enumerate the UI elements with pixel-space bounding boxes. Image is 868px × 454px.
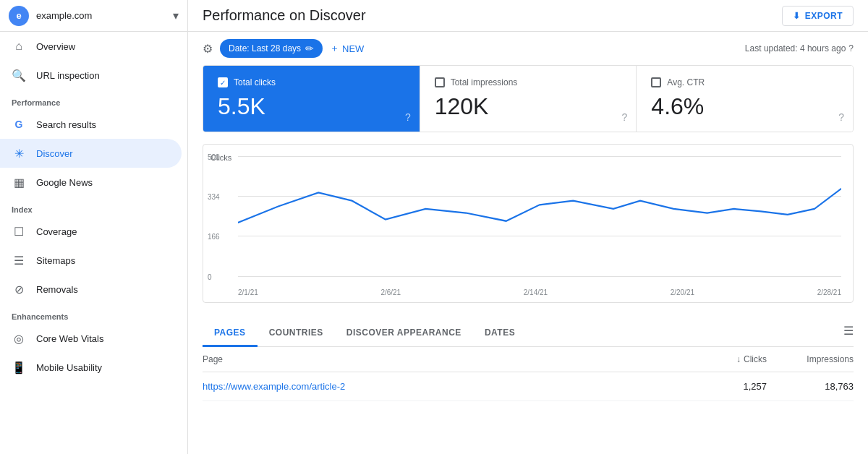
metric-ctr-checkbox[interactable] bbox=[651, 77, 661, 87]
performance-section-label: Performance bbox=[0, 90, 187, 110]
sidebar-item-removals[interactable]: ⊘ Removals bbox=[0, 275, 182, 304]
index-section-label: Index bbox=[0, 197, 187, 217]
plus-icon: ＋ bbox=[330, 42, 339, 55]
sidebar-item-url-inspection[interactable]: 🔍 URL inspection bbox=[0, 61, 182, 90]
row-clicks: 1,257 bbox=[680, 381, 767, 392]
metric-clicks-header: ✓ Total clicks bbox=[218, 77, 405, 87]
col-header-page: Page bbox=[203, 354, 680, 364]
news-icon: ▦ bbox=[12, 175, 26, 189]
removals-icon: ⊘ bbox=[12, 282, 26, 296]
google-icon: G bbox=[12, 117, 26, 132]
edit-date-icon[interactable]: ✏ bbox=[305, 43, 314, 54]
last-updated-text: Last updated: 4 hours ago ? bbox=[745, 43, 854, 53]
y-label-166: 166 bbox=[208, 232, 220, 240]
new-filter-button[interactable]: ＋ NEW bbox=[330, 42, 364, 55]
help-icon[interactable]: ? bbox=[848, 43, 854, 53]
metric-ctr-header: Avg. CTR bbox=[651, 77, 838, 87]
x-label-5: 2/28/21 bbox=[817, 288, 841, 296]
filter-bar: ⚙ Date: Last 28 days ✏ ＋ NEW Last update… bbox=[188, 32, 868, 65]
tab-countries[interactable]: COUNTRIES bbox=[258, 320, 335, 347]
sidebar-item-discover[interactable]: ✳ Discover bbox=[0, 139, 182, 168]
sidebar-item-sitemaps[interactable]: ☰ Sitemaps bbox=[0, 246, 182, 275]
sidebar-header[interactable]: e example.com ▾ bbox=[0, 0, 187, 32]
y-label-0: 0 bbox=[208, 273, 212, 281]
sidebar-item-search-results[interactable]: G Search results bbox=[0, 110, 182, 139]
filter-icon[interactable]: ⚙ bbox=[203, 42, 213, 56]
coverage-icon: ☐ bbox=[12, 224, 26, 239]
sidebar-item-overview[interactable]: ⌂ Overview bbox=[0, 32, 182, 61]
tab-pages[interactable]: PAGES bbox=[203, 320, 258, 347]
metrics-row: ✓ Total clicks 5.5K ? Total impressions … bbox=[203, 65, 854, 132]
col-header-clicks: ↓ Clicks bbox=[680, 354, 767, 364]
main-header: Performance on Discover ⬇ EXPORT bbox=[188, 0, 868, 32]
sitemaps-icon: ☰ bbox=[12, 253, 26, 267]
page-link[interactable]: https://www.example.com/article-2 bbox=[203, 381, 345, 392]
metric-impressions-value: 120K bbox=[435, 93, 622, 120]
metric-total-impressions[interactable]: Total impressions 120K ? bbox=[420, 66, 637, 132]
sidebar-item-coverage[interactable]: ☐ Coverage bbox=[0, 217, 182, 246]
enhancements-section-label: Enhancements bbox=[0, 304, 187, 324]
x-label-3: 2/14/21 bbox=[524, 288, 548, 296]
sidebar-item-core-web-vitals[interactable]: ◎ Core Web Vitals bbox=[0, 324, 182, 353]
page-title: Performance on Discover bbox=[203, 7, 366, 24]
metric-ctr-help-icon[interactable]: ? bbox=[838, 111, 844, 123]
table-area: Page ↓ Clicks Impressions https://www.ex… bbox=[203, 347, 854, 401]
x-label-1: 2/1/21 bbox=[238, 288, 258, 296]
metric-clicks-value: 5.5K bbox=[218, 93, 405, 120]
row-page: https://www.example.com/article-2 bbox=[203, 381, 680, 392]
sort-clicks-icon[interactable]: ↓ bbox=[736, 354, 741, 364]
sidebar-item-mobile-usability[interactable]: 📱 Mobile Usability bbox=[0, 353, 182, 382]
y-label-500: 500 bbox=[208, 153, 220, 161]
sidebar-nav: ⌂ Overview 🔍 URL inspection bbox=[0, 32, 187, 90]
row-impressions: 18,763 bbox=[767, 381, 854, 392]
x-axis-labels: 2/1/21 2/6/21 2/14/21 2/20/21 2/28/21 bbox=[238, 288, 841, 296]
metric-clicks-help-icon[interactable]: ? bbox=[405, 111, 411, 123]
domain-label: example.com bbox=[36, 10, 173, 21]
table-header: Page ↓ Clicks Impressions bbox=[203, 347, 854, 372]
export-button[interactable]: ⬇ EXPORT bbox=[782, 6, 854, 26]
sidebar-item-google-news[interactable]: ▦ Google News bbox=[0, 168, 182, 197]
tab-dates[interactable]: DATES bbox=[473, 320, 527, 347]
metric-impressions-checkbox[interactable] bbox=[435, 77, 445, 87]
date-filter-pill[interactable]: Date: Last 28 days ✏ bbox=[220, 39, 323, 58]
table-row: https://www.example.com/article-2 1,257 … bbox=[203, 372, 854, 401]
y-label-334: 334 bbox=[208, 192, 220, 200]
metric-ctr-value: 4.6% bbox=[651, 93, 838, 120]
grid-line-0: 0 bbox=[238, 276, 841, 277]
x-label-4: 2/20/21 bbox=[671, 288, 694, 296]
mobile-icon: 📱 bbox=[12, 360, 26, 374]
chart-area: Clicks 500 334 166 0 bbox=[203, 144, 854, 303]
app-icon: e bbox=[9, 6, 29, 26]
metric-total-clicks[interactable]: ✓ Total clicks 5.5K ? bbox=[203, 66, 420, 132]
chart-line bbox=[238, 189, 841, 223]
search-icon: 🔍 bbox=[12, 68, 26, 82]
tab-discover-appearance[interactable]: DISCOVER APPEARANCE bbox=[335, 320, 473, 347]
discover-icon: ✳ bbox=[12, 146, 26, 160]
metric-avg-ctr[interactable]: Avg. CTR 4.6% ? bbox=[637, 66, 853, 132]
tabs-row: PAGES COUNTRIES DISCOVER APPEARANCE DATE… bbox=[203, 314, 854, 347]
dropdown-icon[interactable]: ▾ bbox=[173, 9, 179, 22]
metric-impressions-help-icon[interactable]: ? bbox=[622, 111, 628, 123]
home-icon: ⌂ bbox=[12, 39, 26, 53]
x-label-2: 2/6/21 bbox=[380, 288, 401, 296]
chart-svg bbox=[238, 156, 841, 276]
chart-inner: 500 334 166 0 2/1/21 2/6/21 bbox=[238, 156, 841, 276]
col-header-impressions: Impressions bbox=[767, 354, 854, 364]
cwv-icon: ◎ bbox=[12, 331, 26, 346]
metric-impressions-header: Total impressions bbox=[435, 77, 622, 87]
metric-clicks-checkbox[interactable]: ✓ bbox=[218, 77, 228, 87]
sidebar: e example.com ▾ ⌂ Overview 🔍 URL inspect… bbox=[0, 0, 188, 454]
export-icon: ⬇ bbox=[793, 11, 801, 21]
sort-icon[interactable]: ☰ bbox=[843, 324, 854, 343]
main-content: Performance on Discover ⬇ EXPORT ⚙ Date:… bbox=[188, 0, 868, 454]
